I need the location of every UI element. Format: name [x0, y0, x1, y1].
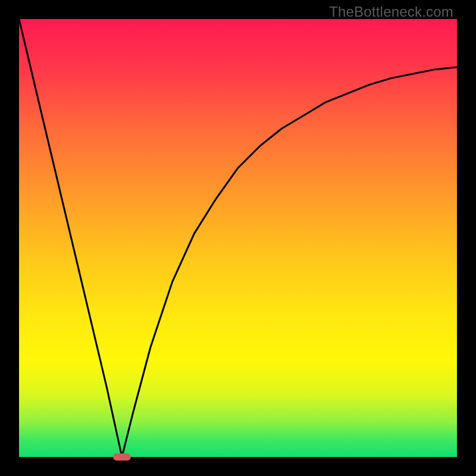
chart-container: TheBottleneck.com: [0, 0, 476, 476]
bottleneck-curve: [19, 19, 457, 457]
minimum-marker: [113, 453, 130, 460]
curve-path: [19, 19, 457, 457]
plot-area: [19, 19, 457, 457]
watermark-text: TheBottleneck.com: [329, 4, 453, 20]
